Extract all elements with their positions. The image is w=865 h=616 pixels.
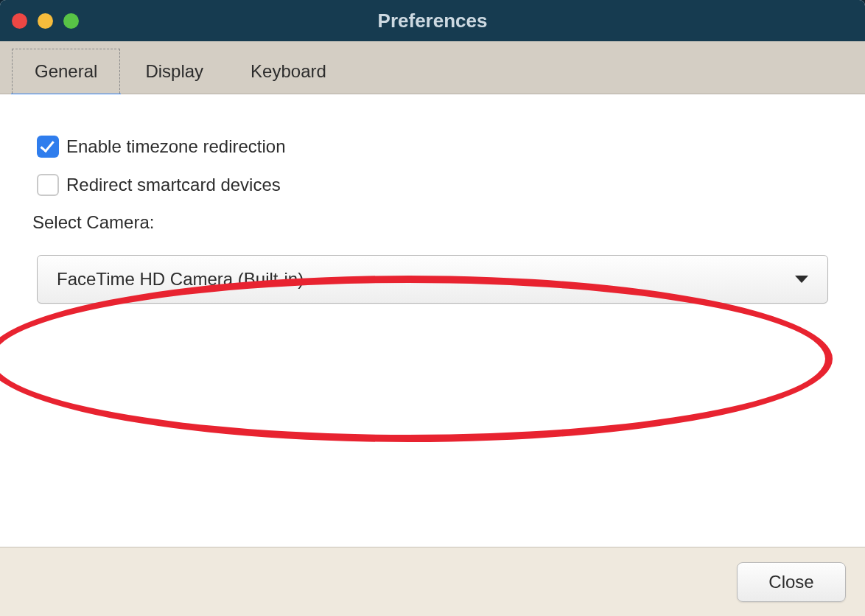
window-title: Preferences [0, 10, 865, 32]
camera-selected-value: FaceTime HD Camera (Built-in) [57, 269, 304, 290]
smartcard-label: Redirect smartcard devices [66, 175, 281, 195]
check-icon [40, 138, 54, 153]
camera-section-label: Select Camera: [32, 212, 828, 233]
close-button[interactable]: Close [737, 562, 846, 602]
smartcard-checkbox[interactable] [37, 174, 59, 196]
preferences-window: Preferences General Display Keyboard Ena… [0, 0, 865, 616]
camera-dropdown[interactable]: FaceTime HD Camera (Built-in) [37, 255, 828, 304]
tab-general[interactable]: General [12, 49, 120, 94]
title-bar: Preferences [0, 0, 865, 41]
tab-content: Enable timezone redirection Redirect sma… [0, 94, 865, 547]
tab-keyboard[interactable]: Keyboard [228, 49, 349, 94]
window-controls [0, 13, 79, 29]
tab-general-label: General [35, 61, 97, 81]
maximize-window-icon[interactable] [63, 13, 79, 29]
close-window-icon[interactable] [12, 13, 27, 29]
tab-display-label: Display [145, 61, 203, 81]
timezone-label: Enable timezone redirection [66, 136, 286, 157]
smartcard-row: Redirect smartcard devices [37, 174, 828, 196]
timezone-checkbox[interactable] [37, 136, 59, 158]
tab-display[interactable]: Display [123, 49, 225, 94]
minimize-window-icon[interactable] [38, 13, 53, 29]
timezone-row: Enable timezone redirection [37, 136, 828, 158]
close-button-label: Close [768, 572, 813, 592]
tab-keyboard-label: Keyboard [251, 61, 326, 81]
footer-bar: Close [0, 547, 865, 616]
chevron-down-icon [795, 276, 808, 283]
tab-bar: General Display Keyboard [0, 41, 865, 94]
